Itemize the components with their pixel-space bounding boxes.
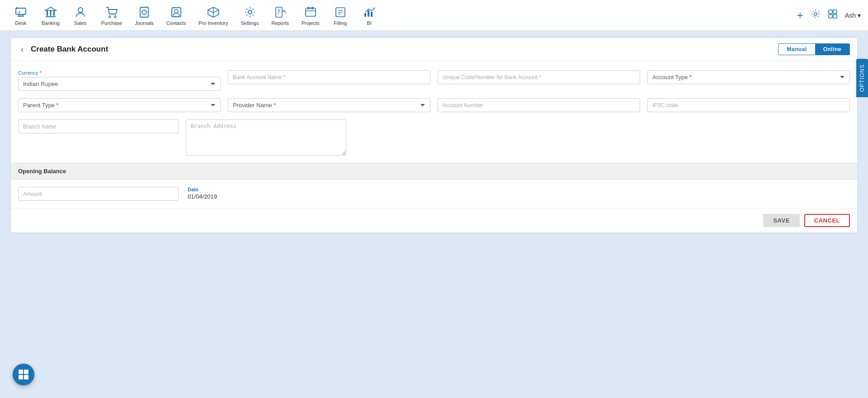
svg-point-11	[78, 8, 83, 12]
spacer-1	[354, 119, 598, 156]
cancel-button[interactable]: CANCEL	[804, 214, 850, 227]
svg-rect-10	[46, 16, 56, 17]
nav-label-settings: Settings	[241, 20, 259, 26]
top-navigation: 📊 Desk Banking	[0, 0, 868, 31]
nav-item-pro-inventory[interactable]: Pro Inventory	[193, 2, 233, 28]
currency-group: Currency * Indian Rupee	[18, 70, 221, 91]
nav-item-banking[interactable]: Banking	[36, 2, 65, 28]
nav-label-reports: Reports	[271, 20, 289, 26]
branch-address-group	[186, 119, 346, 156]
nav-label-sales: Sales	[74, 20, 87, 26]
currency-select[interactable]: Indian Rupee	[18, 77, 221, 91]
add-icon[interactable]: +	[797, 9, 803, 22]
nav-item-sales[interactable]: Sales	[67, 2, 94, 28]
content-area: ‹ Create Bank Account Manual Online Curr…	[0, 31, 868, 398]
save-button[interactable]: SAVE	[763, 214, 799, 227]
nav-item-projects[interactable]: Projects	[296, 2, 325, 28]
nav-item-desk[interactable]: 📊 Desk	[7, 2, 34, 28]
settings-icon	[243, 5, 257, 19]
manual-mode-button[interactable]: Manual	[778, 44, 815, 55]
nav-label-projects: Projects	[302, 20, 320, 26]
nav-label-bi: BI	[367, 20, 372, 26]
create-bank-account-card: ‹ Create Bank Account Manual Online Curr…	[11, 38, 857, 232]
grid-icon[interactable]	[828, 9, 838, 21]
online-mode-button[interactable]: Online	[815, 44, 849, 55]
user-chevron: ▾	[858, 12, 861, 19]
form-title: Create Bank Account	[31, 45, 108, 54]
svg-marker-6	[45, 7, 56, 10]
form-footer: SAVE CANCEL	[11, 208, 857, 232]
svg-rect-27	[306, 8, 316, 16]
nav-item-journals[interactable]: Journals	[129, 2, 159, 28]
amount-group	[18, 187, 179, 201]
branch-address-textarea[interactable]	[186, 119, 346, 156]
svg-rect-9	[53, 10, 55, 16]
pro-inventory-icon	[206, 5, 221, 19]
user-menu[interactable]: Ash ▾	[845, 12, 861, 19]
nav-label-banking: Banking	[42, 20, 60, 26]
opening-balance-body: Date 01/04/2019	[11, 180, 857, 208]
svg-point-4	[16, 7, 18, 9]
svg-rect-8	[50, 10, 51, 16]
branch-name-input[interactable]	[18, 119, 179, 133]
nav-item-purchase[interactable]: Purchase	[96, 2, 127, 28]
user-name: Ash	[845, 12, 856, 19]
spacer-2	[605, 119, 850, 156]
svg-point-22	[248, 10, 252, 14]
nav-item-settings[interactable]: Settings	[236, 2, 264, 28]
fab-button[interactable]	[13, 364, 34, 385]
back-button[interactable]: ‹	[18, 44, 26, 55]
nav-label-purchase: Purchase	[101, 20, 122, 26]
bank-account-name-group	[228, 70, 430, 91]
purchase-icon	[104, 5, 119, 19]
filling-icon	[333, 5, 348, 19]
gear-icon[interactable]	[811, 9, 821, 21]
banking-icon	[43, 5, 58, 19]
nav-item-contacts[interactable]: Contacts	[161, 2, 191, 28]
projects-icon	[303, 5, 318, 19]
nav-item-bi[interactable]: BI	[356, 2, 383, 28]
bank-account-name-input[interactable]	[228, 70, 430, 84]
nav-item-filling[interactable]: Filling	[327, 2, 354, 28]
account-number-group	[438, 98, 640, 112]
svg-rect-40	[829, 10, 832, 14]
options-tab[interactable]: OPTIONS	[856, 59, 868, 97]
bi-icon	[362, 5, 377, 19]
account-type-group: Account Type *	[647, 70, 850, 91]
unique-code-group	[438, 70, 640, 91]
form-row-2: Parent Type * Provider Name *	[18, 98, 850, 112]
mode-toggle: Manual Online	[778, 43, 850, 55]
nav-label-contacts: Contacts	[166, 20, 186, 26]
contacts-icon	[169, 5, 184, 19]
nav-items: 📊 Desk Banking	[7, 2, 797, 28]
svg-rect-45	[24, 370, 28, 374]
nav-label-desk: Desk	[15, 20, 26, 26]
svg-rect-44	[19, 370, 23, 374]
parent-type-select[interactable]: Parent Type *	[18, 98, 221, 112]
svg-rect-23	[276, 7, 282, 17]
svg-point-12	[109, 16, 111, 18]
provider-name-select[interactable]: Provider Name *	[228, 98, 430, 112]
nav-label-filling: Filling	[334, 20, 347, 26]
account-number-input[interactable]	[438, 98, 640, 112]
svg-rect-14	[140, 7, 148, 17]
ifsc-code-group	[647, 98, 850, 112]
svg-point-39	[814, 13, 817, 15]
svg-point-13	[114, 16, 116, 18]
desk-icon: 📊	[14, 5, 28, 19]
svg-rect-47	[24, 375, 28, 379]
currency-label: Currency *	[18, 70, 221, 76]
form-body: Currency * Indian Rupee Account Type * P…	[11, 61, 857, 156]
svg-text:📊: 📊	[16, 10, 21, 14]
journals-icon	[137, 5, 151, 19]
amount-input[interactable]	[18, 187, 179, 201]
opening-balance-header: Opening Balance	[11, 163, 857, 180]
unique-code-input[interactable]	[438, 70, 640, 84]
svg-point-21	[175, 9, 178, 13]
svg-rect-37	[371, 12, 373, 17]
branch-name-group	[18, 119, 179, 156]
account-type-select[interactable]: Account Type *	[647, 70, 850, 84]
ifsc-code-input[interactable]	[647, 98, 850, 112]
svg-rect-42	[829, 14, 832, 18]
nav-item-reports[interactable]: Reports	[266, 2, 294, 28]
